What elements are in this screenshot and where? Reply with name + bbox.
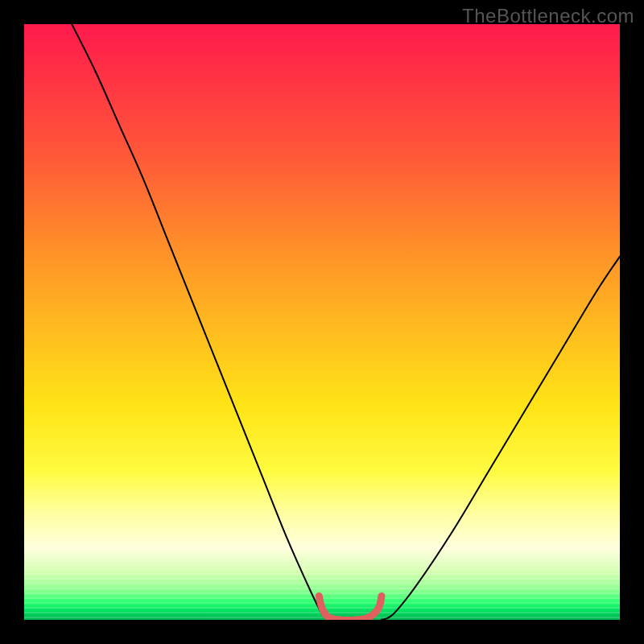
right-curve [382, 257, 620, 620]
left-curve [72, 24, 328, 620]
curve-layer [72, 24, 620, 620]
chart-frame: TheBottleneck.com [0, 0, 644, 644]
curves-svg [24, 24, 620, 620]
valley-highlight [319, 596, 382, 620]
plot-area [24, 24, 620, 620]
